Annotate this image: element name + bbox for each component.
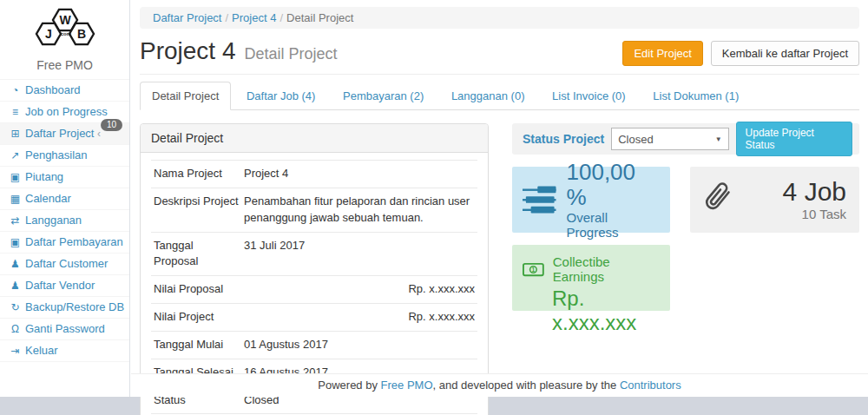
overall-progress-card: 100,00 % Overall Progress [512,167,670,233]
page-title: Project 4 [140,37,236,64]
status-select[interactable]: Closed ▼ [611,128,728,150]
sidebar-item-daftar-pembayaran[interactable]: ▣Daftar Pembayaran [0,232,129,254]
table-icon: ⊞ [9,128,22,140]
header-buttons: Edit Project Kembali ke daftar Project [622,41,859,66]
breadcrumb-active: Detail Project [286,11,353,24]
dashboard-icon: ◔ [9,84,22,96]
update-project-status-button[interactable]: Update Project Status [736,122,852,156]
chevron-left-icon: ‹ [97,128,101,140]
sidebar-item-job-on-progress[interactable]: ≡Job on Progress10 [0,102,129,123]
jwb-hexagon-logo-icon: W J B .com [27,7,103,52]
status-project-form: Status Project Closed ▼ Update Project S… [512,123,859,155]
brand-name: Free PMO [0,58,129,72]
sidebar-item-daftar-customer[interactable]: ♟Daftar Customer [0,254,129,275]
sidebar-item-calendar[interactable]: ▦Calendar [0,188,129,210]
tab-daftar-job[interactable]: Daftar Job (4) [234,82,327,110]
svg-text:1: 1 [532,266,536,272]
sidebar-item-keluar[interactable]: ⇥Keluar [0,340,129,362]
users-icon: ♟ [9,258,22,270]
task-count-value: 10 Task [783,207,846,221]
nilai-project-value: Rp. x.xxx.xxx [241,304,477,332]
banknote-icon: ▣ [9,236,22,248]
free-pmo-app: W J B .com Free PMO ◔Dashboard ≡Job on P… [0,0,868,415]
free-pmo-link[interactable]: Free PMO [381,379,433,392]
nama-project-value: Project 4 [241,161,477,188]
table-row: Deskripsi ProjectPenambahan fitur pelapo… [151,188,477,232]
contributors-link[interactable]: Contributors [620,379,681,392]
footer: Powered by Free PMO, and developed with … [131,373,868,397]
table-row: Nama ProjectProject 4 [151,161,477,188]
breadcrumb-link-project-4[interactable]: Project 4 [232,11,276,24]
tanggal-mulai-value: 01 Agustus 2017 [241,331,477,359]
tab-list-dokumen[interactable]: List Dokumen (1) [641,82,751,110]
edit-project-button[interactable]: Edit Project [622,41,702,66]
tab-content: Detail Project Nama ProjectProject 4 Des… [140,110,859,415]
breadcrumb-link-daftar-project[interactable]: Daftar Project [153,11,221,24]
sidebar-item-backup-restore-db[interactable]: ↻Backup/Restore DB [0,297,129,319]
content-area: Daftar Project/Project 4/Detail Project … [131,0,868,373]
tab-detail-project[interactable]: Detail Project [140,82,231,110]
money-icon: 1 [523,262,544,277]
sign-out-icon: ⇥ [9,345,22,357]
repeat-icon: ⇄ [9,214,22,227]
earnings-value: Rp. x.xxx.xxx [552,287,660,335]
users-icon: ♟ [9,280,22,292]
sidebar-item-langganan[interactable]: ⇄Langganan [0,210,129,232]
refresh-icon: ↻ [9,301,22,313]
job-count-value: 4 Job [783,178,846,206]
earnings-label: Collectibe Earnings [553,254,660,284]
panel-title: Detail Project [141,124,488,153]
overall-progress-label: Overall Progress [567,210,661,240]
sidebar-item-ganti-password[interactable]: ΩGanti Password [0,319,129,340]
page-subtitle: Detail Project [244,45,337,63]
tab-langganan[interactable]: Langganan (0) [439,82,537,110]
lock-icon: Ω [9,323,22,335]
tab-pembayaran[interactable]: Pembayaran (2) [331,82,436,110]
sidebar: W J B .com Free PMO ◔Dashboard ≡Job on P… [0,0,130,397]
bars-icon: ≡ [9,106,22,118]
nilai-proposal-value: Rp. x.xxx.xxx [241,276,477,304]
table-row: Tanggal Mulai01 Agustus 2017 [151,331,477,359]
tasks-icon [523,186,556,214]
jwb-logo: W J B .com [0,0,129,55]
overall-progress-value: 100,00 % [567,160,661,209]
breadcrumb-separator: / [225,11,228,24]
svg-text:B: B [76,27,85,41]
job-count-badge: 10 [101,119,122,131]
chevron-down-icon: ▼ [715,135,722,143]
calendar-icon: ▦ [9,193,22,205]
status-select-value: Closed [618,133,653,146]
right-column: Status Project Closed ▼ Update Project S… [512,123,859,415]
line-chart-icon: ↗ [9,149,22,161]
sidebar-item-daftar-vendor[interactable]: ♟Daftar Vendor [0,275,129,297]
sidebar-item-penghasilan[interactable]: ↗Penghasilan [0,145,129,167]
svg-text:.com: .com [58,31,70,36]
tab-list-invoice[interactable]: List Invoice (0) [540,82,638,110]
sidebar-menu: ◔Dashboard ≡Job on Progress10 ⊞Daftar Pr… [0,79,129,362]
status-project-label: Status Project [523,132,604,146]
table-row: Nilai ProposalRp. x.xxx.xxx [151,276,477,304]
project-tabs: Detail Project Daftar Job (4) Pembayaran… [140,82,859,110]
back-to-project-list-button[interactable]: Kembali ke daftar Project [711,41,859,66]
deskripsi-project-value: Penambahan fitur pelaporan dan rincian u… [241,188,477,232]
detail-project-panel: Detail Project Nama ProjectProject 4 Des… [140,123,489,415]
breadcrumb-separator: / [279,11,283,24]
sidebar-item-piutang[interactable]: ▣Piutang [0,167,129,188]
svg-text:J: J [45,27,52,41]
banknote-icon: ▣ [9,171,22,183]
table-row: Nilai ProjectRp. x.xxx.xxx [151,304,477,332]
summary-cards: 100,00 % Overall Progress 4 Job 10 Task [512,167,859,311]
tanggal-proposal-value: 31 Juli 2017 [241,232,477,276]
job-summary-card: 4 Job 10 Task [690,167,859,233]
page-header: Project 4 Detail Project Edit Project Ke… [140,37,859,75]
table-row: Tanggal Proposal31 Juli 2017 [151,232,477,276]
breadcrumb: Daftar Project/Project 4/Detail Project [140,7,859,29]
paperclip-icon [703,181,734,218]
collectible-earnings-card: 1 Collectibe Earnings Rp. x.xxx.xxx [512,245,670,311]
svg-text:W: W [59,13,71,27]
sidebar-item-dashboard[interactable]: ◔Dashboard [0,79,129,102]
